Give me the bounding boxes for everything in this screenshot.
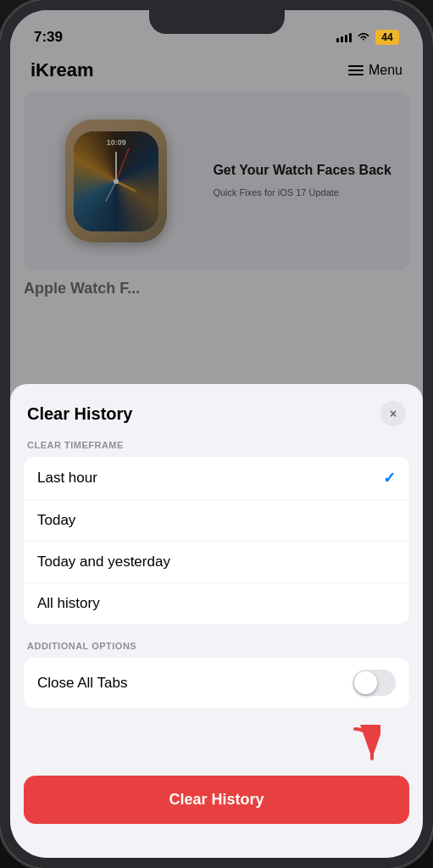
additional-options-list: Close All Tabs (24, 658, 409, 708)
modal-sheet: Clear History × CLEAR TIMEFRAME Last hou… (10, 384, 423, 858)
red-arrow-icon (330, 725, 380, 767)
option-all-history[interactable]: All history (24, 583, 409, 624)
modal-overlay: Clear History × CLEAR TIMEFRAME Last hou… (10, 10, 423, 858)
modal-title: Clear History (27, 404, 133, 424)
option-last-hour[interactable]: Last hour ✓ (24, 457, 409, 500)
battery-level: 44 (381, 31, 392, 43)
timeframe-options-list: Last hour ✓ Today Today and yesterday Al… (24, 457, 409, 624)
phone-frame: 7:39 44 (0, 0, 433, 868)
close-modal-button[interactable]: × (380, 401, 406, 426)
option-last-hour-label: Last hour (37, 470, 97, 487)
arrow-container (10, 725, 423, 767)
checkmark-icon: ✓ (383, 469, 396, 487)
phone-screen: 7:39 44 (10, 10, 423, 858)
modal-header: Clear History × (10, 384, 423, 440)
signal-icon (336, 33, 352, 42)
timeframe-section-label: CLEAR TIMEFRAME (10, 440, 423, 457)
close-tabs-item: Close All Tabs (24, 658, 409, 708)
clear-history-button[interactable]: Clear History (24, 776, 409, 824)
additional-section-label: ADDITIONAL OPTIONS (10, 641, 423, 658)
close-icon: × (390, 407, 397, 420)
status-time: 7:39 (34, 29, 63, 46)
option-today[interactable]: Today (24, 500, 409, 542)
close-tabs-toggle[interactable] (353, 670, 396, 696)
wifi-icon (357, 31, 370, 44)
notch (149, 10, 285, 34)
close-tabs-label: Close All Tabs (37, 675, 127, 692)
option-today-yesterday-label: Today and yesterday (37, 554, 170, 570)
option-all-history-label: All history (37, 595, 100, 612)
option-today-yesterday[interactable]: Today and yesterday (24, 542, 409, 583)
status-icons: 44 (336, 30, 399, 45)
battery-icon: 44 (375, 30, 399, 45)
option-today-label: Today (37, 512, 75, 529)
toggle-knob (354, 671, 377, 694)
clear-button-container: Clear History (10, 776, 423, 824)
